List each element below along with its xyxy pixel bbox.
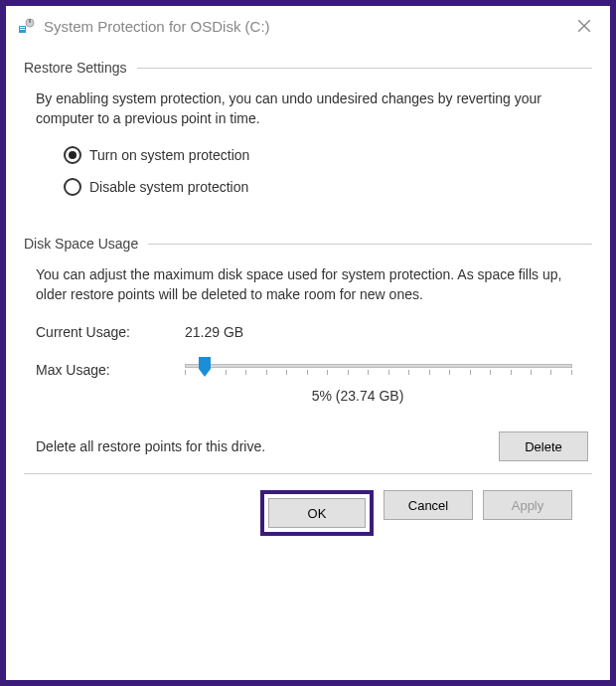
restore-settings-label: Restore Settings [24,60,127,76]
max-usage-label: Max Usage: [36,358,185,378]
window-title: System Protection for OSDisk (C:) [44,18,570,35]
divider [24,473,592,474]
radio-on-label: Turn on system protection [89,147,249,163]
current-usage-value: 21.29 GB [185,324,243,340]
slider-thumb[interactable] [197,357,213,377]
restore-description: By enabling system protection, you can u… [36,89,584,128]
ok-highlight-box: OK [260,490,374,536]
radio-unselected-icon [64,178,81,196]
divider [137,68,593,69]
svg-rect-1 [20,27,25,28]
disk-usage-header: Disk Space Usage [24,236,592,252]
current-usage-row: Current Usage: 21.29 GB [36,324,592,340]
radio-disable[interactable]: Disable system protection [64,178,592,196]
svg-rect-2 [20,29,25,30]
dialog-footer: OK Cancel Apply [24,486,592,540]
divider [148,244,592,245]
svg-rect-4 [29,19,31,23]
titlebar: System Protection for OSDisk (C:) [6,6,610,46]
disk-description: You can adjust the maximum disk space us… [36,265,584,304]
disk-usage-label: Disk Space Usage [24,236,138,252]
apply-button[interactable]: Apply [483,490,572,520]
slider-ticks [185,370,572,375]
max-usage-row: Max Usage: [36,358,592,378]
current-usage-label: Current Usage: [36,324,185,340]
protection-radio-group: Turn on system protection Disable system… [64,146,592,196]
close-icon[interactable] [570,12,598,40]
cancel-button[interactable]: Cancel [384,490,473,520]
system-protection-icon [18,17,36,35]
radio-selected-icon [64,146,81,164]
ok-button[interactable]: OK [268,498,366,528]
slider-value-text: 5% (23.74 GB) [123,388,592,404]
delete-button[interactable]: Delete [499,431,588,461]
radio-off-label: Disable system protection [89,179,248,195]
delete-description: Delete all restore points for this drive… [36,438,265,454]
radio-turn-on[interactable]: Turn on system protection [64,146,592,164]
restore-settings-header: Restore Settings [24,60,592,76]
max-usage-slider[interactable] [185,364,572,368]
